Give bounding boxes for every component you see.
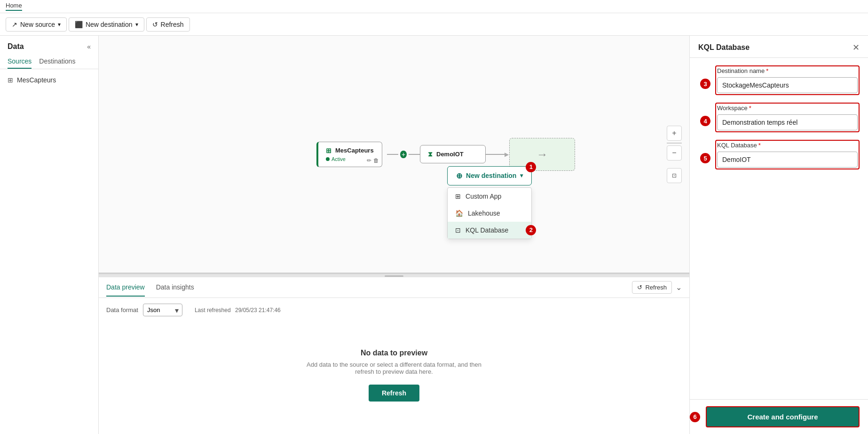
menu-item-custom-app[interactable]: ⊞ Custom App: [448, 188, 531, 205]
add-node-button[interactable]: +: [400, 151, 406, 158]
menu-item-custom-app-label: Custom App: [466, 193, 501, 200]
destination-name-input[interactable]: [717, 77, 858, 93]
refresh-toolbar-label: Refresh: [161, 21, 184, 28]
menu-item-lakehouse[interactable]: 🏠 Lakehouse: [448, 205, 531, 222]
close-panel-button[interactable]: ✕: [852, 42, 860, 53]
format-select-wrapper: Json CSV Parquet: [143, 304, 182, 316]
destination-name-label-text: Destination name: [717, 67, 765, 74]
kql-database-field-wrapper: KQL Database *: [715, 140, 860, 169]
arrow-head: ▶: [505, 151, 509, 158]
flow-arrow-1: +: [382, 151, 420, 158]
new-destination-dropdown-button[interactable]: ⊕ New destination ▾ 1: [447, 166, 532, 185]
plus-icon: ⊕: [456, 171, 462, 180]
tab-sources[interactable]: Sources: [8, 55, 32, 69]
sidebar-header: Data «: [0, 36, 98, 55]
right-panel-title: KQL Database: [698, 43, 750, 52]
destination-name-label: Destination name *: [717, 67, 858, 74]
workspace-group: 4 Workspace *: [715, 103, 860, 132]
refresh-icon-preview: ↺: [637, 284, 642, 291]
new-destination-menu: ⊞ Custom App 🏠 Lakehouse ⊡ KQL Database …: [447, 187, 532, 239]
canvas-top: + − ⊡ ⊞ MesCapteurs Active: [99, 36, 689, 274]
lakehouse-icon: 🏠: [455, 209, 463, 217]
tab-sources-label: Sources: [8, 57, 32, 65]
delete-source-button[interactable]: 🗑: [373, 157, 379, 164]
arrow-line-2: [409, 154, 420, 155]
preview-body: Data format Json CSV Parquet Last refres…: [99, 298, 689, 434]
middle-node: ⧗ DemoIOT: [420, 145, 486, 163]
format-select[interactable]: Json CSV Parquet: [143, 304, 182, 316]
last-refreshed-text: Last refreshed: [195, 307, 231, 313]
no-data-area: No data to preview Add data to the sourc…: [106, 322, 682, 428]
right-panel-body: 3 Destination name * 4 Workspace *: [690, 58, 868, 399]
arrow-line-1: [387, 154, 398, 155]
preview-refresh-label: Refresh: [645, 284, 667, 291]
new-source-icon: ↗: [12, 21, 17, 28]
new-destination-button[interactable]: ⬛ New destination ▾: [69, 17, 144, 32]
last-refreshed-value: 29/05/23 21:47:46: [235, 307, 281, 313]
destination-placeholder-icon: →: [537, 148, 548, 161]
edit-source-button[interactable]: ✏: [367, 157, 371, 164]
middle-node-name: DemoIOT: [436, 151, 464, 158]
preview-actions: ↺ Refresh ⌄: [632, 281, 682, 294]
right-panel: KQL Database ✕ 3 Destination name * 4: [689, 36, 868, 434]
workspace-field-wrapper: Workspace *: [715, 103, 860, 132]
refresh-toolbar-button[interactable]: ↺ Refresh: [146, 17, 190, 32]
middle-node-header: ⧗ DemoIOT: [428, 150, 478, 158]
preview-refresh-button[interactable]: ↺ Refresh: [632, 281, 672, 294]
sidebar-collapse-button[interactable]: «: [87, 43, 91, 50]
zoom-in-button[interactable]: +: [667, 126, 682, 141]
required-star-ws: *: [749, 104, 751, 112]
kql-database-label: KQL Database *: [717, 142, 858, 149]
toolbar: ↗ New source ▾ ⬛ New destination ▾ ↺ Ref…: [0, 13, 868, 36]
sidebar-title: Data: [8, 42, 24, 51]
home-label: Home: [6, 2, 22, 11]
badge-4: 4: [700, 116, 710, 126]
menu-item-kql-label: KQL Database: [466, 226, 508, 234]
flow-arrow-2: ▶: [486, 151, 509, 158]
fit-view-button[interactable]: ⊡: [667, 168, 682, 183]
tab-data-preview[interactable]: Data preview: [106, 279, 145, 297]
main-layout: Data « Sources Destinations ⊞ MesCapteur…: [0, 36, 868, 434]
badge-2: 2: [526, 225, 536, 235]
kql-icon: ⊡: [455, 226, 461, 234]
sidebar-items: ⊞ MesCapteurs: [0, 69, 98, 91]
sidebar-item-mescapteurs[interactable]: ⊞ MesCapteurs: [0, 73, 98, 87]
sidebar-tabs: Sources Destinations: [0, 55, 98, 69]
create-configure-button[interactable]: Create and configure: [706, 406, 860, 427]
source-node-actions: ✏ 🗑: [367, 157, 379, 164]
tab-destinations-label: Destinations: [39, 57, 75, 65]
grid-icon: ⊞: [8, 76, 13, 84]
sidebar-item-label: MesCapteurs: [17, 76, 56, 84]
kql-database-input[interactable]: [717, 152, 858, 168]
no-data-subtitle: Add data to the source or select a diffe…: [300, 361, 488, 375]
new-destination-btn-label: New destination: [466, 172, 516, 179]
source-node-header: ⊞ MesCapteurs: [326, 147, 374, 154]
resize-bar: [385, 275, 403, 277]
workspace-input[interactable]: [717, 114, 858, 130]
top-bar: Home: [0, 0, 868, 13]
tab-destinations[interactable]: Destinations: [39, 55, 75, 69]
source-status-label: Active: [331, 156, 346, 162]
main-refresh-button[interactable]: Refresh: [369, 385, 419, 402]
canvas-controls: + − ⊡: [667, 126, 682, 183]
source-node-name: MesCapteurs: [335, 147, 374, 154]
tab-data-insights[interactable]: Data insights: [156, 279, 194, 297]
menu-item-kql-database[interactable]: ⊡ KQL Database 2: [448, 222, 531, 239]
flow-diagram: ⊞ MesCapteurs Active ✏ 🗑 +: [316, 138, 575, 171]
kql-database-label-text: KQL Database: [717, 142, 757, 149]
zoom-out-button[interactable]: −: [667, 145, 682, 161]
sidebar: Data « Sources Destinations ⊞ MesCapteur…: [0, 36, 99, 434]
new-source-button[interactable]: ↗ New source ▾: [6, 17, 67, 32]
status-dot: [326, 157, 330, 161]
badge-3: 3: [700, 79, 710, 89]
canvas-area: + − ⊡ ⊞ MesCapteurs Active: [99, 36, 689, 434]
chevron-down-icon-dropdown: ▾: [520, 172, 523, 179]
format-label: Data format: [106, 306, 138, 313]
preview-expand-button[interactable]: ⌄: [676, 283, 682, 292]
transform-icon: ⧗: [428, 150, 433, 158]
required-star: *: [766, 67, 768, 74]
source-node: ⊞ MesCapteurs Active ✏ 🗑: [316, 142, 382, 167]
format-row: Data format Json CSV Parquet Last refres…: [106, 304, 682, 316]
badge-5: 5: [700, 153, 710, 163]
last-refreshed-label: Last refreshed 29/05/23 21:47:46: [195, 307, 281, 313]
